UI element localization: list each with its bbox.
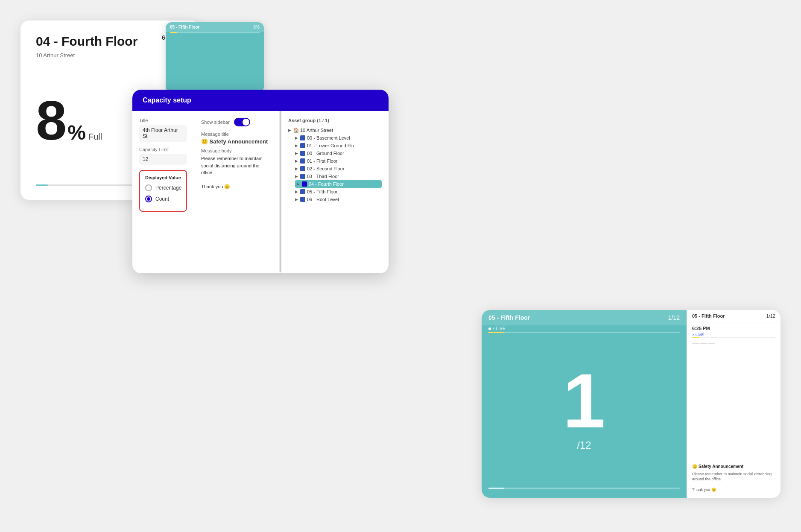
radio-count-row[interactable]: Count	[145, 196, 181, 202]
modal-header: Capacity setup	[132, 90, 389, 111]
floor-icon-first	[300, 158, 305, 164]
show-sidebar-label: Show sidebar	[201, 120, 230, 125]
big-count-right: 1	[563, 362, 605, 439]
modal-middle-column: Show sidebar Message title 🙂 Safety Anno…	[194, 111, 280, 272]
sidebar-mini-progress	[692, 337, 775, 338]
message-body-label: Message body	[201, 148, 272, 153]
progress-fill-left	[36, 184, 48, 186]
card-right-live: × LIVE	[482, 325, 687, 332]
sidebar-xlive: × LIVE	[687, 333, 781, 337]
card-right-count: 1/12	[668, 314, 680, 321]
message-body-text: Please remember to maintain social dista…	[201, 155, 272, 190]
sidebar-dashes	[692, 343, 775, 344]
sidebar-toggle[interactable]	[234, 118, 250, 126]
card-right-bottom-progress	[488, 488, 680, 489]
floor-icon-ground	[300, 151, 305, 156]
mini-pct: 8%	[254, 25, 260, 29]
floor-fourth[interactable]: ▶ 04 - Fourth Floor	[295, 180, 382, 188]
card-right-main: 05 - Fifth Floor 1/12 × LIVE 1 /12	[482, 310, 687, 498]
floor-icon-second	[300, 166, 305, 171]
radio-count-outer[interactable]	[145, 196, 152, 202]
floor-icon-fourth	[302, 181, 307, 187]
floor-icon-lower-ground	[300, 143, 305, 148]
card-right-header: 05 - Fifth Floor 1/12	[482, 310, 687, 325]
floor-second[interactable]: ▶ 02 - Second Floor	[295, 165, 382, 172]
floor-third[interactable]: ▶ 03 - Third Floor	[295, 172, 382, 180]
building-icon: 🏠	[293, 128, 298, 133]
card-right-number-area: 1 /12	[482, 333, 687, 498]
modal-left-column: Title 4th Floor Arthur St Capacity Limit…	[132, 111, 194, 272]
count-denominator: /12	[577, 439, 591, 451]
radio-count-inner	[147, 197, 150, 201]
floor-lower-ground[interactable]: ▶ 01 - Lower Ground Flo	[295, 142, 382, 149]
capacity-label: Capacity Limit	[139, 147, 187, 152]
mini-title: 05 - Fifth Floor	[170, 25, 199, 29]
tree-arrow-root: ▶	[288, 128, 292, 132]
card-right-floor-title: 05 - Fifth Floor	[488, 314, 530, 321]
mini-header: 05 - Fifth Floor 8%	[166, 22, 264, 32]
floor-roof[interactable]: ▶ 06 - Roof Level	[295, 196, 382, 203]
announcement-title: 🙂 Safety Announcement	[692, 464, 775, 469]
card-right-live-dot	[488, 327, 491, 330]
title-field-label: Title	[139, 118, 187, 123]
sidebar-content: 🙂 Safety Announcement Please remember to…	[687, 346, 781, 498]
mini-preview-card: 05 - Fifth Floor 8%	[166, 22, 264, 93]
sidebar-time: 6:25 PM	[687, 322, 781, 333]
sidebar-floor-title: 05 - Fifth Floor	[692, 313, 725, 319]
displayed-value-box: Displayed Value Percentage Count	[139, 170, 187, 212]
capacity-setup-modal: Capacity setup Title 4th Floor Arthur St…	[132, 90, 389, 273]
radio-percentage-row[interactable]: Percentage	[145, 184, 181, 191]
floor-icon-third	[300, 174, 305, 179]
card-fifth-floor: 05 - Fifth Floor 1/12 × LIVE 1 /12 05 - …	[482, 310, 781, 498]
title-field-value: 4th Floor Arthur St	[139, 125, 187, 142]
address-left: 10 Arthur Street	[36, 52, 184, 58]
floor-icon-fifth	[300, 189, 305, 194]
floor-title-left: 04 - Fourth Floor	[36, 34, 137, 49]
mini-progress-fill	[170, 32, 177, 33]
message-title-label: Message title	[201, 132, 272, 137]
sidebar-divider-lines	[687, 340, 781, 346]
sidebar-floor-count: 1/12	[766, 313, 775, 319]
radio-percentage-outer[interactable]	[145, 184, 152, 191]
modal-body: Title 4th Floor Arthur St Capacity Limit…	[132, 111, 389, 272]
toggle-thumb	[243, 119, 249, 126]
modal-right-column: Asset group (1 / 1) ▶ 🏠 10 Arthur Street…	[281, 111, 389, 272]
radio-percentage-label: Percentage	[155, 185, 181, 191]
card-right-sidebar: 05 - Fifth Floor 1/12 6:25 PM × LIVE 🙂 S…	[687, 310, 781, 498]
floor-fifth[interactable]: ▶ 05 - Fifth Floor	[295, 188, 382, 196]
displayed-value-title: Displayed Value	[145, 175, 181, 180]
radio-count-label: Count	[155, 196, 169, 202]
floor-icon-basement	[300, 135, 305, 140]
floor-icon-roof	[300, 197, 305, 202]
card-right-bottom-fill	[488, 488, 504, 489]
sidebar-header: 05 - Fifth Floor 1/12	[687, 310, 781, 322]
floors-tree: ▶ 00 - Basement Level ▶ 01 - Lower Groun…	[295, 134, 382, 203]
capacity-value: 12	[139, 154, 187, 165]
sidebar-mini-progress-fill	[692, 337, 699, 338]
floor-basement[interactable]: ▶ 00 - Basement Level	[295, 134, 382, 142]
floor-ground[interactable]: ▶ 00 - Ground Floor	[295, 149, 382, 157]
building-name: 10 Arthur Street	[300, 128, 333, 133]
mini-progress	[170, 32, 260, 33]
message-title-value: 🙂 Safety Announcement	[201, 138, 272, 145]
tree-building-root[interactable]: ▶ 🏠 10 Arthur Street	[288, 126, 382, 134]
asset-group-header: Asset group (1 / 1)	[288, 118, 382, 123]
floor-first[interactable]: ▶ 01 - First Floor	[295, 157, 382, 165]
announcement-body: Please remember to maintain social dista…	[692, 471, 775, 493]
show-sidebar-row: Show sidebar	[201, 118, 272, 126]
modal-title: Capacity setup	[143, 96, 191, 104]
